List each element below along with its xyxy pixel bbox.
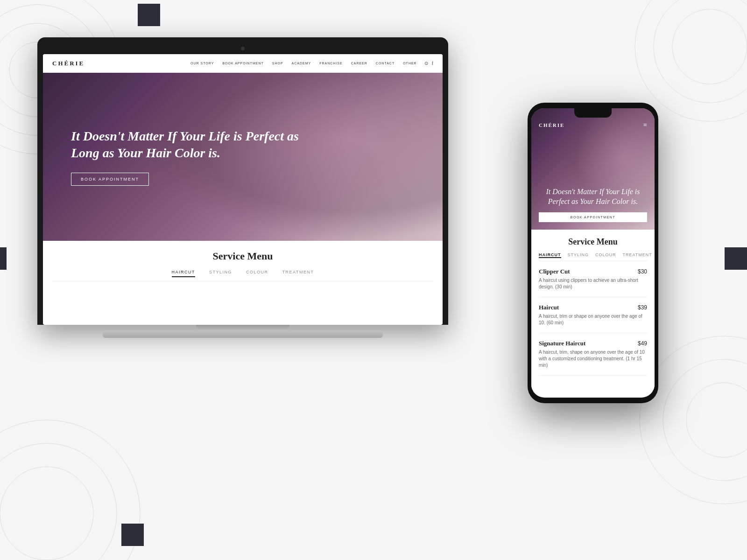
phone-hero-content: It Doesn't Matter If Your Life is Perfec…: [539, 187, 647, 222]
phone-body: CHÉRIE ≡ It Doesn't Matter If Your Life …: [528, 103, 658, 403]
svg-point-8: [0, 443, 117, 560]
laptop-nav-links: OUR STORY BOOK APPOINTMENT SHOP ACADEMY …: [190, 62, 417, 65]
phone-logo: CHÉRIE: [539, 122, 564, 128]
phone-service-item-3-price: $49: [638, 340, 647, 347]
laptop-device: CHÉRIE OUR STORY BOOK APPOINTMENT SHOP A…: [37, 37, 448, 338]
svg-point-9: [0, 467, 93, 560]
nav-item-shop[interactable]: SHOP: [272, 62, 283, 65]
phone-service-item-1-desc: A haircut using clippers to achieve an u…: [539, 277, 647, 290]
nav-item-contact[interactable]: CONTACT: [376, 62, 395, 65]
decorative-square-2: [0, 247, 7, 270]
laptop-screen: CHÉRIE OUR STORY BOOK APPOINTMENT SHOP A…: [43, 54, 443, 325]
svg-point-7: [0, 420, 140, 560]
laptop-tab-styling[interactable]: STYLING: [209, 270, 232, 277]
laptop-tab-treatment[interactable]: TREATMENT: [282, 270, 314, 277]
instagram-icon[interactable]: ⊙: [424, 61, 428, 66]
laptop-service-tabs: HAIRCUT STYLING COLOUR TREATMENT: [52, 270, 433, 281]
phone-tab-styling[interactable]: STYLING: [568, 252, 589, 258]
phone-hero: CHÉRIE ≡ It Doesn't Matter If Your Life …: [531, 108, 655, 230]
nav-item-other[interactable]: OTHER: [403, 62, 417, 65]
laptop-nav-icons: ⊙ f: [424, 61, 433, 66]
laptop-foot: [103, 330, 383, 338]
phone-service-item-3-name: Signature Haircut: [539, 340, 585, 347]
laptop-book-appointment-button[interactable]: BOOK APPOINTMENT: [71, 173, 149, 186]
phone-service-item-2-desc: A haircut, trim or shape on anyone over …: [539, 313, 647, 326]
nav-item-academy[interactable]: ACADEMY: [292, 62, 311, 65]
svg-point-6: [672, 9, 747, 84]
phone-service-item-3-desc: A haircut, trim, shape on anyone over th…: [539, 349, 647, 369]
phone-service-item-2: Haircut $39 A haircut, trim or shape on …: [539, 304, 647, 333]
nav-item-our-story[interactable]: OUR STORY: [190, 62, 214, 65]
phone-service-item-1-name: Clipper Cut: [539, 268, 570, 275]
laptop-hero-content: It Doesn't Matter If Your Life is Perfec…: [71, 128, 415, 186]
phone-hero-title: It Doesn't Matter If Your Life is Perfec…: [539, 187, 647, 207]
phone-service-item-2-price: $39: [638, 304, 647, 311]
phone-service-item-1-price: $30: [638, 268, 647, 275]
laptop-hero-title: It Doesn't Matter If Your Life is Perfec…: [71, 128, 304, 162]
laptop-website-nav: CHÉRIE OUR STORY BOOK APPOINTMENT SHOP A…: [43, 54, 443, 73]
laptop-service-title: Service Menu: [52, 250, 433, 262]
phone-nav: CHÉRIE ≡: [531, 121, 655, 129]
svg-point-12: [686, 383, 747, 457]
phone-service-item-2-name: Haircut: [539, 304, 559, 311]
phone-tab-treatment[interactable]: TREATMENT: [623, 252, 652, 258]
decorative-square-1: [138, 4, 160, 26]
laptop-body: CHÉRIE OUR STORY BOOK APPOINTMENT SHOP A…: [37, 37, 448, 338]
phone-service-item-1: Clipper Cut $30 A haircut using clippers…: [539, 268, 647, 297]
decorative-square-3: [725, 247, 747, 270]
phone-book-appointment-button[interactable]: BOOK APPOINTMENT: [539, 212, 647, 222]
phone-tab-haircut[interactable]: HAIRCUT: [539, 252, 561, 258]
phone-service-tabs: HAIRCUT STYLING COLOUR TREATMENT: [539, 252, 647, 261]
phone-service-item-1-header: Clipper Cut $30: [539, 268, 647, 275]
laptop-hinge: [196, 325, 289, 330]
decorative-square-4: [121, 524, 144, 546]
laptop-hero: It Doesn't Matter If Your Life is Perfec…: [43, 73, 443, 241]
svg-point-5: [654, 0, 747, 103]
laptop-service-section: Service Menu HAIRCUT STYLING COLOUR TREA…: [43, 241, 443, 324]
phone-notch: [574, 108, 612, 118]
phone-menu-icon[interactable]: ≡: [643, 121, 647, 129]
phone-tab-colour[interactable]: COLOUR: [595, 252, 616, 258]
facebook-icon[interactable]: f: [432, 61, 433, 66]
phone-service-item-3: Signature Haircut $49 A haircut, trim, s…: [539, 340, 647, 376]
phone-service-item-2-header: Haircut $39: [539, 304, 647, 311]
svg-point-11: [663, 359, 747, 481]
phone-service-item-3-header: Signature Haircut $49: [539, 340, 647, 347]
laptop-camera: [241, 47, 245, 50]
laptop-tab-haircut[interactable]: HAIRCUT: [172, 270, 196, 277]
phone-service-title: Service Menu: [539, 237, 647, 247]
phone-device: CHÉRIE ≡ It Doesn't Matter If Your Life …: [528, 103, 658, 403]
nav-item-book[interactable]: BOOK APPOINTMENT: [222, 62, 263, 65]
phone-service-section: Service Menu HAIRCUT STYLING COLOUR TREA…: [531, 230, 655, 390]
phone-screen: CHÉRIE ≡ It Doesn't Matter If Your Life …: [531, 108, 655, 398]
laptop-stand: [37, 325, 448, 338]
nav-item-career[interactable]: CAREER: [351, 62, 367, 65]
nav-item-franchise[interactable]: FRANCHISE: [319, 62, 342, 65]
laptop-tab-colour[interactable]: COLOUR: [246, 270, 268, 277]
laptop-logo: CHÉRIE: [52, 60, 85, 67]
